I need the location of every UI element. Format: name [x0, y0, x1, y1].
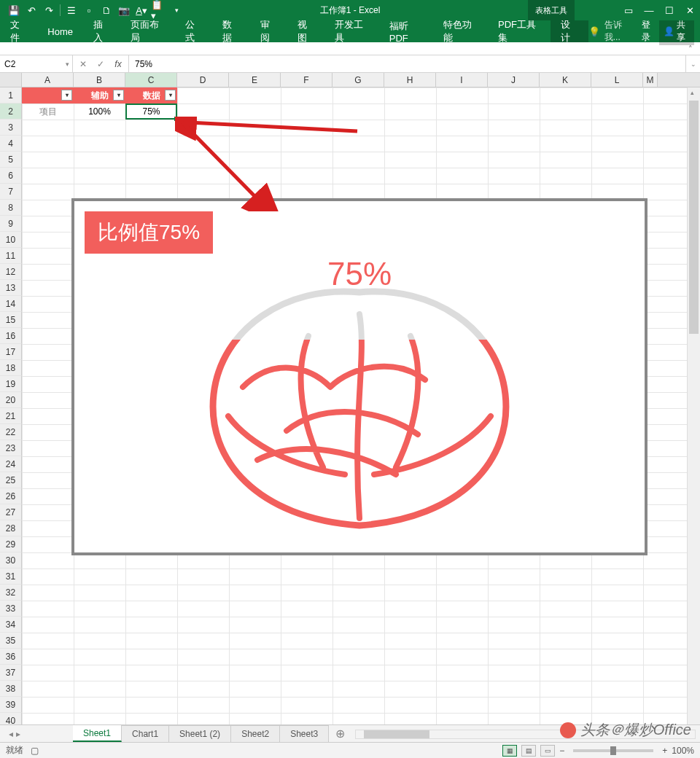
row-24[interactable]: 24 — [0, 456, 22, 472]
tab-features[interactable]: 特色功能 — [433, 20, 488, 42]
row-34[interactable]: 34 — [0, 617, 22, 633]
hscroll-thumb[interactable] — [364, 730, 429, 738]
row-15[interactable]: 15 — [0, 312, 22, 328]
cell-B2[interactable]: 100% — [74, 103, 125, 120]
sheet-tab-sheet2[interactable]: Sheet2 — [231, 725, 280, 742]
tab-review[interactable]: 审阅 — [250, 20, 287, 42]
vertical-scrollbar[interactable] — [687, 87, 700, 738]
filter-icon[interactable]: ▾ — [165, 90, 176, 101]
sheet-tab-sheet1[interactable]: Sheet1 — [73, 724, 122, 742]
filter-icon[interactable]: ▾ — [61, 90, 72, 101]
row-22[interactable]: 22 — [0, 424, 22, 440]
tab-home[interactable]: Home — [37, 20, 83, 42]
zoom-in-button[interactable]: + — [662, 746, 667, 756]
row-30[interactable]: 30 — [0, 552, 22, 568]
expand-formula-icon[interactable]: ⌄ — [685, 55, 700, 72]
tab-view[interactable]: 视图 — [287, 20, 324, 42]
col-J[interactable]: J — [488, 73, 540, 87]
row-6[interactable]: 6 — [0, 168, 22, 184]
col-I[interactable]: I — [436, 73, 488, 87]
tab-design[interactable]: 设计 — [551, 20, 588, 42]
maximize-icon[interactable]: ☐ — [659, 0, 680, 20]
formula-input[interactable]: 75% — [129, 55, 685, 72]
zoom-slider[interactable] — [573, 749, 653, 752]
sheet-tab-sheet3[interactable]: Sheet3 — [280, 725, 329, 742]
cells-area[interactable]: ▾ 辅助 ▾ 数据 ▾ 项目 100% 75% 比例值75% 75% — [22, 87, 687, 738]
col-D[interactable]: D — [177, 73, 229, 87]
row-8[interactable]: 8 — [0, 200, 22, 216]
row-1[interactable]: 1 — [0, 87, 22, 103]
row-14[interactable]: 14 — [0, 296, 22, 312]
row-2[interactable]: 2 — [0, 103, 22, 120]
row-7[interactable]: 7 — [0, 184, 22, 200]
select-all-corner[interactable] — [0, 73, 22, 87]
row-29[interactable]: 29 — [0, 536, 22, 552]
minimize-icon[interactable]: — — [639, 0, 659, 20]
row-20[interactable]: 20 — [0, 392, 22, 408]
normal-view-icon[interactable]: ▦ — [502, 745, 517, 757]
table-header-C1[interactable]: 数据 ▾ — [125, 87, 177, 103]
tab-data[interactable]: 数据 — [212, 20, 249, 42]
row-21[interactable]: 21 — [0, 408, 22, 424]
embedded-chart[interactable]: 比例值75% 75% — [71, 198, 648, 555]
new-sheet-button[interactable]: ⊕ — [329, 725, 351, 742]
close-icon[interactable]: ✕ — [680, 0, 700, 20]
col-G[interactable]: G — [332, 73, 384, 87]
row-35[interactable]: 35 — [0, 633, 22, 649]
tab-foxit[interactable]: 福昕PDF — [379, 20, 434, 42]
zoom-slider-thumb[interactable] — [610, 746, 616, 755]
row-33[interactable]: 33 — [0, 601, 22, 617]
fx-icon[interactable]: fx — [111, 59, 125, 69]
row-25[interactable]: 25 — [0, 472, 22, 488]
row-10[interactable]: 10 — [0, 232, 22, 248]
row-26[interactable]: 26 — [0, 488, 22, 504]
col-A[interactable]: A — [22, 73, 74, 87]
paste-icon[interactable]: 📋▾ — [151, 2, 167, 18]
row-36[interactable]: 36 — [0, 649, 22, 665]
macro-record-icon[interactable]: ▢ — [31, 746, 39, 756]
row-28[interactable]: 28 — [0, 520, 22, 536]
share-button[interactable]: 👤 共享 — [659, 17, 694, 45]
row-17[interactable]: 17 — [0, 344, 22, 360]
font-color-icon[interactable]: A▾ — [133, 2, 149, 18]
col-K[interactable]: K — [540, 73, 591, 87]
row-12[interactable]: 12 — [0, 264, 22, 280]
row-9[interactable]: 9 — [0, 216, 22, 232]
row-13[interactable]: 13 — [0, 280, 22, 296]
col-L[interactable]: L — [591, 73, 643, 87]
scroll-thumb[interactable] — [689, 101, 699, 334]
row-18[interactable]: 18 — [0, 360, 22, 376]
table-header-A1[interactable]: ▾ — [22, 87, 74, 103]
redo-icon[interactable]: ↷ — [41, 2, 57, 18]
page-break-view-icon[interactable]: ▭ — [540, 745, 555, 757]
tab-layout[interactable]: 页面布局 — [120, 20, 175, 42]
new-icon[interactable]: ▫ — [81, 2, 97, 18]
tell-me-input[interactable]: 告诉我... — [604, 19, 633, 44]
touch-icon[interactable]: ☰ — [63, 2, 79, 18]
undo-icon[interactable]: ↶ — [23, 2, 39, 18]
tab-insert[interactable]: 插入 — [83, 20, 120, 42]
zoom-out-button[interactable]: − — [559, 746, 564, 756]
sheet-nav[interactable]: ◂ ▸ — [0, 725, 29, 742]
name-box[interactable]: C2 — [0, 55, 73, 72]
row-23[interactable]: 23 — [0, 440, 22, 456]
print-preview-icon[interactable]: 🗋 — [98, 2, 114, 18]
row-38[interactable]: 38 — [0, 681, 22, 697]
row-19[interactable]: 19 — [0, 376, 22, 392]
row-4[interactable]: 4 — [0, 136, 22, 152]
row-37[interactable]: 37 — [0, 665, 22, 681]
cell-C2[interactable]: 75% — [125, 103, 177, 120]
camera-icon[interactable]: 📷 — [116, 2, 132, 18]
page-layout-view-icon[interactable]: ▤ — [521, 745, 536, 757]
col-C[interactable]: C — [125, 73, 177, 87]
ribbon-options-icon[interactable]: ▭ — [618, 0, 639, 20]
tab-developer[interactable]: 开发工具 — [324, 20, 379, 42]
row-5[interactable]: 5 — [0, 152, 22, 168]
col-H[interactable]: H — [384, 73, 436, 87]
row-27[interactable]: 27 — [0, 504, 22, 520]
col-B[interactable]: B — [74, 73, 125, 87]
sheet-tab-chart1[interactable]: Chart1 — [122, 725, 169, 742]
qat-customize-icon[interactable]: ▾ — [168, 2, 184, 18]
zoom-level[interactable]: 100% — [672, 746, 694, 756]
row-32[interactable]: 32 — [0, 585, 22, 601]
